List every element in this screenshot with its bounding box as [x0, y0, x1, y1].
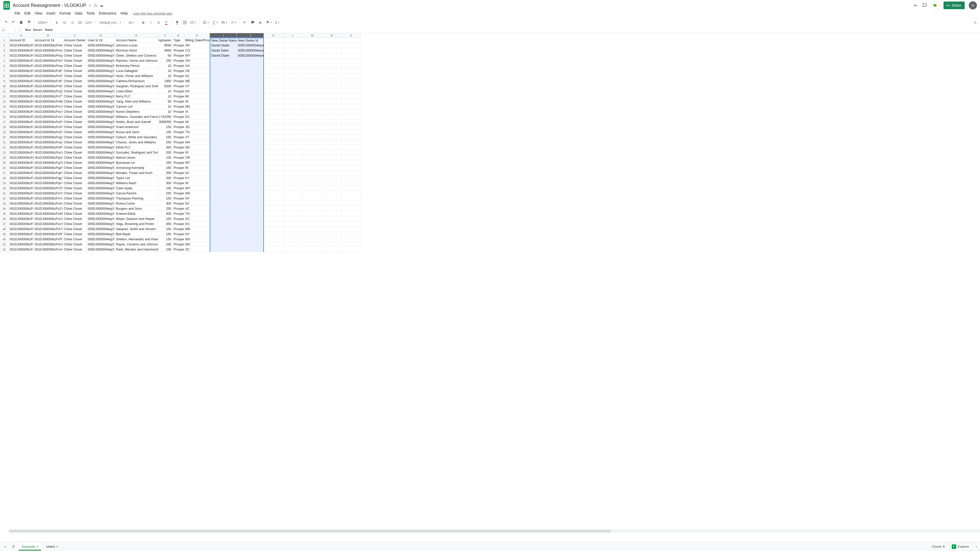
- cell-A1[interactable]: Account ID: [9, 38, 34, 43]
- cell-A39[interactable]: 001DJ00000kzFxR: [9, 232, 34, 237]
- cell-J15[interactable]: [237, 109, 264, 114]
- cell-N28[interactable]: [322, 176, 342, 181]
- cell-J7[interactable]: [237, 68, 264, 73]
- cell-B38[interactable]: 001DJ00000kzFt1YAE: [34, 227, 63, 232]
- cell-I10[interactable]: [210, 84, 237, 89]
- cell-L19[interactable]: [283, 130, 303, 135]
- cell-N22[interactable]: [322, 145, 342, 150]
- cell-M9[interactable]: [303, 79, 322, 84]
- cell-D34[interactable]: 005DJ000004eiyjYAA: [87, 206, 115, 211]
- row-header-37[interactable]: 37: [0, 221, 9, 227]
- cell-G20[interactable]: Prospect: [172, 135, 184, 140]
- col-header-J[interactable]: J: [237, 33, 264, 38]
- cell-G6[interactable]: Prospect: [172, 63, 184, 68]
- cell-I1[interactable]: New Owner Name: [210, 38, 237, 43]
- cell-C9[interactable]: Chloe Closer: [63, 79, 87, 84]
- cell-D1[interactable]: User Id 18: [87, 38, 115, 43]
- cell-G33[interactable]: Prospect: [172, 201, 184, 206]
- cell-B41[interactable]: 001DJ00000kzFxhYAE: [34, 242, 63, 247]
- cell-B5[interactable]: 001DJ00000kzFmtYAE: [34, 58, 63, 63]
- cell-H34[interactable]: AZ: [184, 206, 210, 211]
- cell-L11[interactable]: [283, 89, 303, 94]
- cell-I40[interactable]: [210, 237, 237, 242]
- italic-button[interactable]: I: [148, 19, 154, 26]
- menu-help[interactable]: Help: [119, 10, 130, 16]
- cell-C40[interactable]: Chloe Closer: [63, 237, 87, 242]
- cell-A21[interactable]: 001DJ00000kzFoq: [9, 140, 34, 145]
- cell-C23[interactable]: Chloe Closer: [63, 150, 87, 155]
- cell-I26[interactable]: [210, 165, 237, 170]
- col-header-E[interactable]: E: [115, 33, 158, 38]
- cell-B27[interactable]: 001DJ00000kzFqeYAE: [34, 170, 63, 176]
- cell-F23[interactable]: 200: [158, 150, 172, 155]
- rotate-dropdown[interactable]: [229, 19, 237, 26]
- row-header-13[interactable]: 13: [0, 99, 9, 104]
- cell-L36[interactable]: [283, 216, 303, 221]
- cell-G16[interactable]: Prospect: [172, 114, 184, 119]
- cell-C27[interactable]: Chloe Closer: [63, 170, 87, 176]
- cell-K5[interactable]: [264, 58, 283, 63]
- cell-N1[interactable]: [322, 38, 342, 43]
- cell-C30[interactable]: Chloe Closer: [63, 186, 87, 191]
- cell-H8[interactable]: NJ: [184, 73, 210, 79]
- cell-L18[interactable]: [283, 124, 303, 130]
- cell-M37[interactable]: [303, 221, 322, 227]
- cell-F27[interactable]: 350: [158, 170, 172, 176]
- cell-O10[interactable]: [342, 84, 361, 89]
- cell-A12[interactable]: 001DJ00000kzFnT: [9, 94, 34, 99]
- cell-B15[interactable]: 001DJ00000kzFnuYAE: [34, 109, 63, 114]
- cell-A6[interactable]: 001DJ00000kzFmw: [9, 63, 34, 68]
- cell-B16[interactable]: 001DJ00000kzFnxYAE: [34, 114, 63, 119]
- cell-J30[interactable]: [237, 186, 264, 191]
- cell-C14[interactable]: Chloe Closer: [63, 104, 87, 109]
- sheet-tab-accounts[interactable]: Accounts▾: [19, 543, 41, 551]
- cell-L1[interactable]: [283, 38, 303, 43]
- cell-O37[interactable]: [342, 221, 361, 227]
- cell-G21[interactable]: Prospect: [172, 140, 184, 145]
- cell-M29[interactable]: [303, 181, 322, 186]
- cell-L28[interactable]: [283, 176, 303, 181]
- cell-G32[interactable]: Prospect: [172, 196, 184, 201]
- cell-N21[interactable]: [322, 140, 342, 145]
- cell-H27[interactable]: NJ: [184, 170, 210, 176]
- cell-F15[interactable]: 10: [158, 109, 172, 114]
- cell-J3[interactable]: 005DJ000004eiyoYAA: [237, 48, 264, 53]
- cell-E3[interactable]: Morrison-Short: [115, 48, 158, 53]
- cell-C18[interactable]: Chloe Closer: [63, 124, 87, 130]
- row-header-17[interactable]: 17: [0, 119, 9, 124]
- cell-M24[interactable]: [303, 155, 322, 160]
- cell-L32[interactable]: [283, 196, 303, 201]
- cell-K16[interactable]: [264, 114, 283, 119]
- cell-H42[interactable]: SC: [184, 247, 210, 252]
- cell-J6[interactable]: [237, 63, 264, 68]
- cell-B42[interactable]: 001DJ00000kzFxxYAE: [34, 247, 63, 252]
- cell-N23[interactable]: [322, 150, 342, 155]
- cell-M33[interactable]: [303, 201, 322, 206]
- cell-N40[interactable]: [322, 237, 342, 242]
- cell-M23[interactable]: [303, 150, 322, 155]
- cell-L3[interactable]: [283, 48, 303, 53]
- cell-F10[interactable]: 9200: [158, 84, 172, 89]
- cell-J12[interactable]: [237, 94, 264, 99]
- cell-L2[interactable]: [283, 43, 303, 48]
- cell-H41[interactable]: MS: [184, 242, 210, 247]
- cell-K41[interactable]: [264, 242, 283, 247]
- cell-H39[interactable]: NY: [184, 232, 210, 237]
- cell-A7[interactable]: 001DJ00000kzFnE: [9, 68, 34, 73]
- cell-C34[interactable]: Chloe Closer: [63, 206, 87, 211]
- cell-D11[interactable]: 005DJ000004eiyjYAA: [87, 89, 115, 94]
- formula-input[interactable]: [24, 28, 980, 32]
- cell-B8[interactable]: 001DJ00000kzFnHYAU: [34, 73, 63, 79]
- cell-G13[interactable]: Prospect: [172, 99, 184, 104]
- cell-O15[interactable]: [342, 109, 361, 114]
- cell-M2[interactable]: [303, 43, 322, 48]
- print-button[interactable]: [18, 19, 24, 26]
- filter-dropdown[interactable]: [265, 19, 273, 26]
- row-header-1[interactable]: 1: [0, 38, 9, 43]
- cell-L33[interactable]: [283, 201, 303, 206]
- cell-J17[interactable]: [237, 119, 264, 124]
- cell-B3[interactable]: 001DJ00000kzFmnYAE: [34, 48, 63, 53]
- cell-N32[interactable]: [322, 196, 342, 201]
- cell-D15[interactable]: 005DJ000004eiyjYAA: [87, 109, 115, 114]
- cell-G9[interactable]: Prospect: [172, 79, 184, 84]
